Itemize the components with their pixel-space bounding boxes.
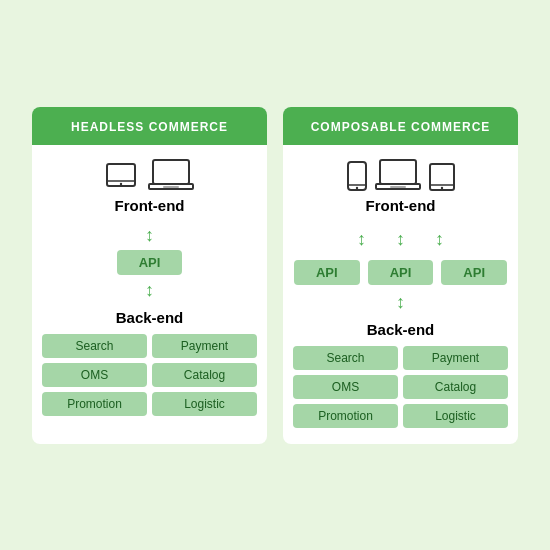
composable-api-2: API xyxy=(368,260,434,285)
composable-service-payment: Payment xyxy=(403,346,508,370)
headless-title: HEADLESS COMMERCE xyxy=(71,120,228,134)
composable-service-logistic: Logistic xyxy=(403,404,508,428)
headless-body: Front-end ↕ API ↕ Back-end xyxy=(32,145,267,334)
headless-commerce-card: HEADLESS COMMERCE Front-end xyxy=(32,107,267,444)
composable-arrow-mid: ↕ xyxy=(396,230,405,248)
headless-service-search: Search xyxy=(42,334,147,358)
headless-service-promotion: Promotion xyxy=(42,392,147,416)
svg-point-8 xyxy=(355,186,357,188)
svg-rect-11 xyxy=(390,186,406,188)
composable-commerce-card: COMPOSABLE COMMERCE xyxy=(283,107,518,444)
svg-rect-12 xyxy=(430,164,454,190)
svg-rect-0 xyxy=(107,164,135,186)
composable-arrows-row: ↕ ↕ ↕ xyxy=(357,228,444,250)
laptop-icon-2 xyxy=(375,159,421,191)
composable-body: Front-end ↕ ↕ ↕ API API API ↕ Back-end xyxy=(283,145,518,346)
composable-api-row: API API API xyxy=(294,256,507,289)
composable-services: Search Payment OMS Catalog Promotion Log… xyxy=(283,346,518,428)
composable-api-1: API xyxy=(294,260,360,285)
composable-title: COMPOSABLE COMMERCE xyxy=(311,120,491,134)
composable-service-promotion: Promotion xyxy=(293,404,398,428)
svg-rect-6 xyxy=(348,162,366,190)
headless-api-box: API xyxy=(117,250,183,275)
phone-icon xyxy=(347,161,367,191)
svg-point-14 xyxy=(440,186,442,188)
headless-service-oms: OMS xyxy=(42,363,147,387)
headless-frontend-label: Front-end xyxy=(115,197,185,214)
composable-service-catalog: Catalog xyxy=(403,375,508,399)
headless-arrow-2: ↕ xyxy=(145,281,154,299)
composable-arrow-down: ↕ xyxy=(396,293,405,311)
headless-header: HEADLESS COMMERCE xyxy=(32,107,267,145)
composable-service-search: Search xyxy=(293,346,398,370)
composable-frontend-label: Front-end xyxy=(366,197,436,214)
svg-rect-9 xyxy=(380,160,416,184)
headless-service-catalog: Catalog xyxy=(152,363,257,387)
headless-arrow-1: ↕ xyxy=(145,226,154,244)
headless-backend-label: Back-end xyxy=(116,309,184,326)
headless-services: Search Payment OMS Catalog Promotion Log… xyxy=(32,334,267,416)
composable-arrow-right: ↕ xyxy=(435,230,444,248)
svg-point-2 xyxy=(119,182,121,184)
headless-service-payment: Payment xyxy=(152,334,257,358)
tablet-icon xyxy=(106,163,142,191)
small-tablet-icon xyxy=(429,163,455,191)
composable-arrow-left: ↕ xyxy=(357,230,366,248)
composable-service-oms: OMS xyxy=(293,375,398,399)
composable-api-3: API xyxy=(441,260,507,285)
svg-rect-5 xyxy=(163,186,179,188)
composable-header: COMPOSABLE COMMERCE xyxy=(283,107,518,145)
laptop-icon xyxy=(148,159,194,191)
composable-device-icons xyxy=(347,159,455,191)
headless-device-icons xyxy=(106,159,194,191)
composable-backend-label: Back-end xyxy=(367,321,435,338)
headless-service-logistic: Logistic xyxy=(152,392,257,416)
svg-rect-3 xyxy=(153,160,189,184)
